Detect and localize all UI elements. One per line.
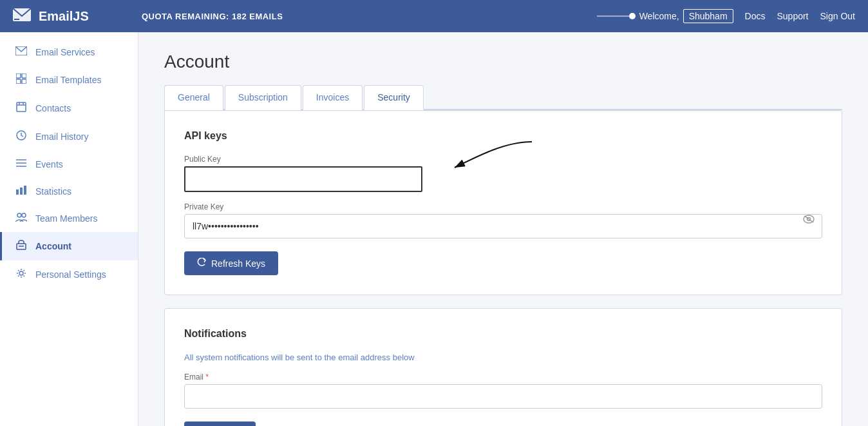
public-key-wrapper xyxy=(184,166,422,192)
logo-text: EmailJS xyxy=(39,9,89,24)
sidebar-label-team-members: Team Members xyxy=(35,213,97,224)
svg-rect-15 xyxy=(16,189,19,195)
personal-settings-icon xyxy=(15,268,28,281)
sidebar-item-contacts[interactable]: Contacts xyxy=(0,94,138,122)
sidebar-item-email-history[interactable]: Email History xyxy=(0,122,138,151)
toggle-visibility-icon[interactable] xyxy=(803,215,815,226)
sidebar: Email Services Email Templates Contacts … xyxy=(0,32,138,426)
welcome-text: Welcome, xyxy=(639,11,679,21)
svg-rect-17 xyxy=(24,186,26,195)
team-members-icon xyxy=(15,213,28,224)
svg-rect-5 xyxy=(16,79,21,84)
refresh-keys-button[interactable]: Refresh Keys xyxy=(184,251,278,275)
notifications-title: Notifications xyxy=(184,328,822,340)
private-key-wrapper: Private Key xyxy=(184,202,822,238)
email-services-icon xyxy=(15,46,28,58)
body-container: Email Services Email Templates Contacts … xyxy=(0,32,868,426)
sidebar-item-events[interactable]: Events xyxy=(0,151,138,178)
sidebar-label-statistics: Statistics xyxy=(35,186,71,197)
refresh-icon xyxy=(197,258,206,269)
notifications-card: Notifications All system notifications w… xyxy=(164,308,842,426)
email-history-icon xyxy=(15,130,28,143)
header-right: Welcome, Shubham Docs Support Sign Out xyxy=(597,9,855,23)
main-content: Account General Subscription Invoices Se… xyxy=(138,32,868,426)
sidebar-item-personal-settings[interactable]: Personal Settings xyxy=(0,260,138,289)
docs-link[interactable]: Docs xyxy=(745,11,766,21)
page-title: Account xyxy=(164,52,842,72)
tab-subscription[interactable]: Subscription xyxy=(225,85,301,110)
notifications-description: All system notifications will be sent to… xyxy=(184,353,822,362)
welcome-section: Welcome, Shubham xyxy=(597,9,733,23)
api-keys-card: API keys Public Key Privat xyxy=(164,110,842,295)
email-templates-icon xyxy=(15,73,28,86)
contacts-icon xyxy=(15,102,28,115)
svg-rect-6 xyxy=(22,79,26,84)
sidebar-item-email-services[interactable]: Email Services xyxy=(0,39,138,66)
private-key-input[interactable] xyxy=(184,214,822,238)
email-required-marker: * xyxy=(205,373,209,382)
events-icon xyxy=(15,159,28,170)
support-link[interactable]: Support xyxy=(777,11,808,21)
logo: EmailJS xyxy=(13,8,142,24)
welcome-line xyxy=(597,15,636,17)
svg-line-26 xyxy=(804,216,813,222)
sidebar-label-email-templates: Email Templates xyxy=(35,75,101,85)
refresh-keys-label: Refresh Keys xyxy=(211,258,265,269)
svg-rect-16 xyxy=(20,188,23,195)
sidebar-label-account: Account xyxy=(35,241,71,251)
sidebar-item-account[interactable]: Account xyxy=(0,232,138,260)
sidebar-label-contacts: Contacts xyxy=(35,103,71,113)
signout-link[interactable]: Sign Out xyxy=(820,11,855,21)
sidebar-label-email-services: Email Services xyxy=(35,47,95,57)
private-key-label: Private Key xyxy=(184,202,822,211)
change-button[interactable]: Change xyxy=(184,421,256,426)
tab-general[interactable]: General xyxy=(164,85,223,110)
svg-rect-4 xyxy=(22,73,26,78)
tab-invoices[interactable]: Invoices xyxy=(303,85,363,110)
sidebar-item-statistics[interactable]: Statistics xyxy=(0,178,138,205)
api-keys-title: API keys xyxy=(184,130,822,142)
svg-rect-3 xyxy=(16,73,21,78)
sidebar-label-personal-settings: Personal Settings xyxy=(35,269,106,280)
svg-point-22 xyxy=(19,271,23,275)
svg-point-18 xyxy=(17,213,21,217)
sidebar-item-email-templates[interactable]: Email Templates xyxy=(0,66,138,94)
statistics-icon xyxy=(15,186,28,197)
app-header: EmailJS QUOTA REMAINING: 182 EMAILS Welc… xyxy=(0,0,868,32)
username-badge: Shubham xyxy=(683,9,733,23)
svg-point-19 xyxy=(22,213,26,217)
notification-email-input[interactable] xyxy=(184,384,822,409)
public-key-input[interactable] xyxy=(184,166,422,192)
quota-text: QUOTA REMAINING: 182 EMAILS xyxy=(142,12,597,21)
logo-icon xyxy=(13,8,32,24)
email-field-label: Email * xyxy=(184,373,822,382)
svg-rect-1 xyxy=(14,19,19,20)
tab-security[interactable]: Security xyxy=(364,85,424,110)
sidebar-label-email-history: Email History xyxy=(35,131,88,142)
svg-rect-7 xyxy=(17,102,26,111)
sidebar-item-team-members[interactable]: Team Members xyxy=(0,205,138,232)
account-icon xyxy=(15,240,28,253)
public-key-label: Public Key xyxy=(184,155,822,164)
sidebar-label-events: Events xyxy=(35,159,63,169)
tabs-container: General Subscription Invoices Security xyxy=(164,85,842,110)
